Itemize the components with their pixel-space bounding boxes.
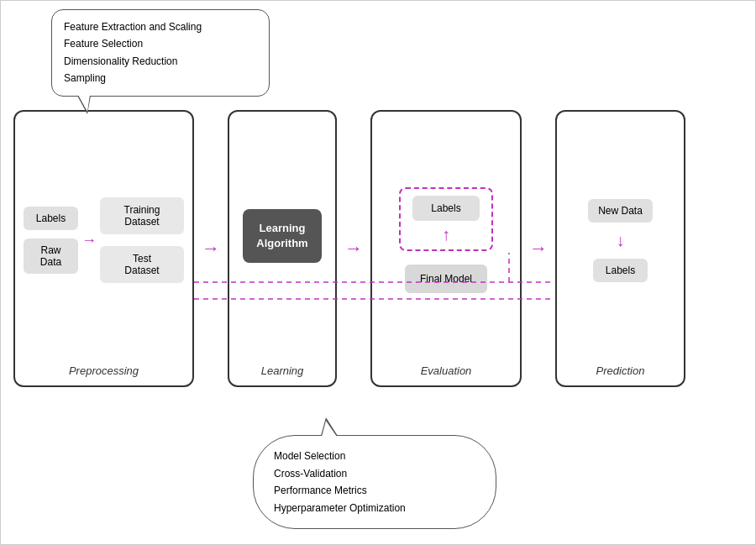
bubble-bottom-line2: Cross-Validation — [274, 465, 475, 482]
evaluation-inner: Labels ↑ Final Model — [381, 120, 512, 377]
arrow-icon-3: → — [529, 238, 548, 259]
bubble-top-line4: Sampling — [64, 70, 257, 86]
bubble-top-line3: Dimensionality Reduction — [64, 53, 257, 70]
right-datasets: Training Dataset Test Dataset — [100, 197, 184, 283]
evaluation-label: Evaluation — [372, 364, 520, 377]
arrow-learning-evaluation: → — [337, 110, 370, 387]
training-dataset-box: Training Dataset — [100, 197, 184, 234]
eval-dashed-group: Labels ↑ — [399, 187, 492, 251]
test-dataset-box: Test Dataset — [100, 246, 184, 283]
stage-learning: Learning Algorithm Learning — [228, 110, 337, 387]
learning-label: Learning — [229, 364, 335, 377]
main-container: Feature Extraction and Scaling Feature S… — [0, 0, 756, 545]
arrow-preprocessing-learning: → — [194, 110, 228, 387]
labels-input-box: Labels — [24, 207, 78, 230]
bubble-top-line2: Feature Selection — [64, 35, 257, 52]
prediction-inner: New Data ↓ Labels — [565, 120, 675, 377]
eval-model-box: Final Model — [405, 265, 487, 293]
bubble-bottom-line4: Hyperparameter Optimization — [274, 500, 475, 516]
preprocessing-inner: Labels Raw Data → Training Dataset Test … — [24, 120, 184, 377]
speech-bubble-top: Feature Extraction and Scaling Feature S… — [51, 9, 270, 97]
bubble-bottom-line3: Performance Metrics — [274, 482, 475, 499]
new-data-box: New Data — [588, 199, 653, 223]
bubble-top-line1: Feature Extraction and Scaling — [64, 18, 257, 35]
stage-evaluation: Labels ↑ Final Model Evaluation — [370, 110, 522, 387]
stage-prediction: New Data ↓ Labels Prediction — [555, 110, 685, 387]
prediction-label: Prediction — [557, 364, 684, 377]
arrow-icon-1: → — [202, 238, 220, 259]
eval-labels-box: Labels — [412, 196, 479, 221]
prediction-labels-box: Labels — [593, 259, 648, 282]
flow-area: Labels Raw Data → Training Dataset Test … — [13, 110, 743, 387]
learning-inner: Learning Algorithm — [238, 120, 327, 377]
pred-arrow-down-icon: ↓ — [617, 231, 625, 250]
speech-bubble-bottom: Model Selection Cross-Validation Perform… — [253, 435, 496, 529]
left-inputs: Labels Raw Data — [24, 207, 78, 274]
raw-data-box: Raw Data — [24, 238, 78, 274]
bubble-bottom-line1: Model Selection — [274, 448, 475, 464]
eval-arrow-up-icon: ↑ — [442, 226, 450, 243]
learning-algorithm-box: Learning Algorithm — [243, 209, 321, 263]
preprocessing-label: Preprocessing — [15, 364, 192, 377]
arrow-icon-2: → — [344, 238, 363, 259]
stage-preprocessing: Labels Raw Data → Training Dataset Test … — [13, 110, 194, 387]
input-to-dataset-arrow: → — [78, 232, 100, 249]
arrow-evaluation-prediction: → — [522, 110, 555, 387]
